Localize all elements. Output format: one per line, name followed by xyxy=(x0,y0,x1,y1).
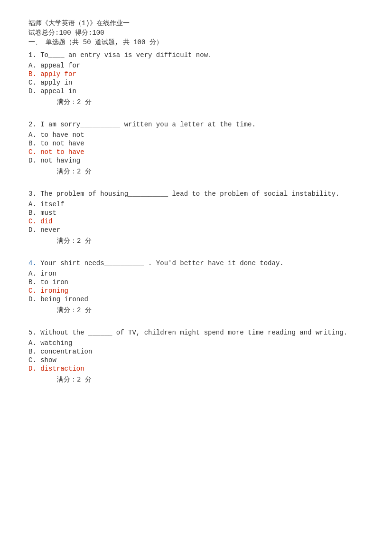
question-4: 4. Your shirt needs__________ . You'd be… xyxy=(28,259,364,315)
question-2: 2. I am sorry__________ written you a le… xyxy=(28,121,364,176)
question-2-option-4: D. not having xyxy=(28,157,364,164)
question-2-body: I am sorry__________ written you a lette… xyxy=(37,121,256,128)
question-1-text: 1. To____ an entry visa is very difficul… xyxy=(28,51,364,59)
section-header: 一、 单选题（共 50 道试题, 共 100 分） xyxy=(28,38,364,47)
question-5-text: 5. Without the ______ of TV, children mi… xyxy=(28,329,364,336)
question-4-option-3: C. ironing xyxy=(28,287,364,295)
exam-title: 福师《大学英语（1)》在线作业一 xyxy=(28,19,364,28)
question-1-score: 满分：2 分 xyxy=(57,98,364,106)
question-1: 1. To____ an entry visa is very difficul… xyxy=(28,51,364,106)
question-3-text: 3. The problem of housing__________ lead… xyxy=(28,190,364,198)
question-2-option-2: B. to not have xyxy=(28,140,364,147)
question-1-option-4: D. appeal in xyxy=(28,87,364,95)
questions-container: 1. To____ an entry visa is very difficul… xyxy=(28,51,364,384)
question-3-score: 满分：2 分 xyxy=(57,237,364,245)
question-1-body: To____ an entry visa is very difficult n… xyxy=(37,51,212,59)
question-5-body: Without the ______ of TV, children might… xyxy=(37,329,347,336)
question-4-option-2: B. to iron xyxy=(28,278,364,286)
question-1-option-1: A. appeal for xyxy=(28,62,364,69)
question-5-option-1: A. watching xyxy=(28,339,364,347)
page-header: 福师《大学英语（1)》在线作业一 试卷总分:100 得分:100 一、 单选题（… xyxy=(28,19,364,47)
question-3-option-4: D. never xyxy=(28,226,364,234)
question-2-option-3: C. not to have xyxy=(28,148,364,156)
question-5-score: 满分：2 分 xyxy=(57,375,364,384)
score-line: 试卷总分:100 得分:100 xyxy=(28,29,364,37)
question-5-option-4: D. distraction xyxy=(28,365,364,373)
question-2-option-1: A. to have not xyxy=(28,131,364,139)
question-2-number: 2. xyxy=(28,121,37,128)
question-1-number: 1. xyxy=(28,51,37,59)
question-4-score: 满分：2 分 xyxy=(57,306,364,315)
question-4-option-1: A. iron xyxy=(28,270,364,278)
question-5-option-2: B. concentration xyxy=(28,348,364,355)
question-5-number: 5. xyxy=(28,329,37,336)
question-4-option-4: D. being ironed xyxy=(28,296,364,303)
question-5-option-3: C. show xyxy=(28,356,364,364)
question-3-option-2: B. must xyxy=(28,209,364,217)
question-4-body: Your shirt needs__________ . You'd bette… xyxy=(37,259,284,267)
question-2-score: 满分：2 分 xyxy=(57,167,364,176)
question-3-body: The problem of housing__________ lead to… xyxy=(37,190,340,198)
question-1-option-2: B. apply for xyxy=(28,70,364,78)
question-3: 3. The problem of housing__________ lead… xyxy=(28,190,364,245)
question-5: 5. Without the ______ of TV, children mi… xyxy=(28,329,364,384)
question-4-number: 4. xyxy=(28,259,37,267)
question-3-option-1: A. itself xyxy=(28,201,364,208)
question-2-text: 2. I am sorry__________ written you a le… xyxy=(28,121,364,128)
question-3-option-3: C. did xyxy=(28,218,364,225)
question-3-number: 3. xyxy=(28,190,37,198)
question-4-text: 4. Your shirt needs__________ . You'd be… xyxy=(28,259,364,267)
question-1-option-3: C. apply in xyxy=(28,79,364,86)
